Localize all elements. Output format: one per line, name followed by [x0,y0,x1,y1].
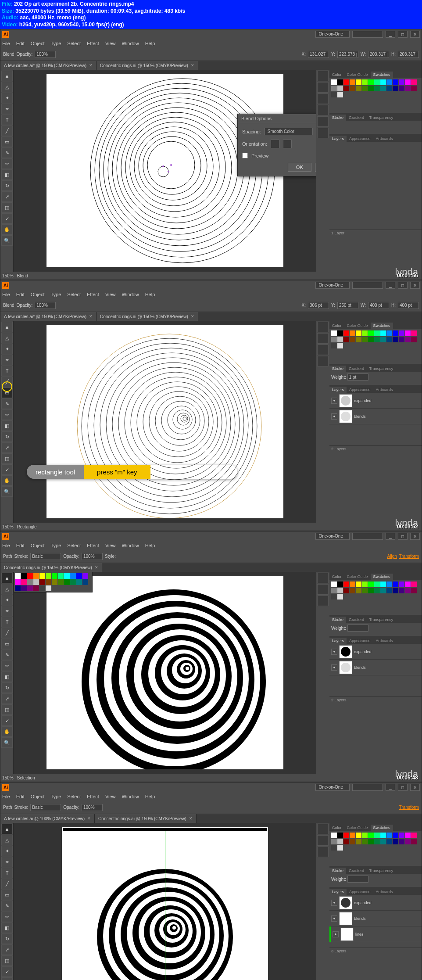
swatch[interactable] [380,833,386,838]
menu-window[interactable]: Window [122,41,139,46]
eyedropper-tool[interactable]: ✓ [1,213,13,224]
direct-selection-tool[interactable]: △ [1,82,13,92]
swatch[interactable] [380,582,386,587]
menu-help[interactable]: Help [145,41,155,46]
stroke-tab[interactable]: Stroke [329,115,346,121]
swatch[interactable] [331,337,337,342]
swatch[interactable] [331,594,337,599]
swatch[interactable] [411,588,417,593]
swatch[interactable] [350,588,355,593]
swatch[interactable] [362,833,368,838]
minimize-button[interactable]: _ [386,31,395,38]
swatch[interactable] [405,582,411,587]
swatch[interactable] [64,579,70,585]
swatch[interactable] [399,839,404,844]
swatch[interactable] [331,845,337,851]
swatch[interactable] [331,588,337,593]
swatch[interactable] [331,839,337,844]
swatch[interactable] [374,582,380,587]
zoom-level[interactable]: 150% [2,273,14,278]
swatch[interactable] [374,79,380,85]
search-field[interactable] [352,31,383,38]
swatch[interactable] [374,86,380,91]
swatch[interactable] [356,839,361,844]
swatch[interactable] [27,579,33,585]
scale-tool[interactable]: ⤢ [1,191,13,202]
swatch[interactable] [15,573,21,579]
swatch[interactable] [386,330,392,336]
panel-icon[interactable] [317,71,329,81]
swatch[interactable] [368,79,374,85]
swatch[interactable] [33,585,39,591]
swatch[interactable] [33,579,39,585]
swatch[interactable] [15,579,21,585]
pencil-tool[interactable]: ✏ [1,158,13,169]
swatch[interactable] [399,833,404,838]
swatch[interactable] [368,839,374,844]
swatch[interactable] [386,79,392,85]
swatch[interactable] [337,330,343,336]
swatch[interactable] [343,833,349,838]
y-input[interactable] [337,51,358,58]
gradient-tool[interactable]: ◫ [1,202,13,213]
swatch[interactable] [343,839,349,844]
swatch[interactable] [405,588,411,593]
swatch[interactable] [411,330,417,336]
swatch[interactable] [52,579,57,585]
swatch[interactable] [52,573,57,579]
swatch[interactable] [386,582,392,587]
swatch[interactable] [82,573,88,579]
menu-effect[interactable]: Effect [87,41,99,46]
swatch[interactable] [393,833,398,838]
swatches-tab[interactable]: Swatches [371,72,393,78]
swatch[interactable] [380,839,386,844]
swatch[interactable] [411,582,417,587]
swatch[interactable] [386,337,392,342]
swatch[interactable] [356,337,361,342]
layer-item[interactable]: ●blends [329,409,422,424]
swatch[interactable] [15,585,21,591]
zoom-tool[interactable]: 🔍 [1,235,13,246]
menu-type[interactable]: Type [51,41,61,46]
selection-tool[interactable]: ▲ [1,322,13,332]
swatch[interactable] [58,579,64,585]
layer-item[interactable]: ●expanded [329,393,422,409]
opacity-input[interactable] [35,51,56,58]
menu-edit[interactable]: Edit [16,41,25,46]
swatch[interactable] [343,337,349,342]
swatch[interactable] [39,579,45,585]
swatch[interactable] [399,79,404,85]
swatch[interactable] [33,573,39,579]
preview-checkbox[interactable] [242,153,248,158]
swatch[interactable] [362,86,368,91]
spacing-dropdown[interactable]: Smooth Color [265,128,313,135]
swatch[interactable] [368,833,374,838]
swatch[interactable] [331,92,337,97]
swatch[interactable] [368,582,374,587]
type-tool[interactable]: T [1,115,13,125]
swatch[interactable] [368,86,374,91]
swatch[interactable] [362,839,368,844]
menu-file[interactable]: File [2,41,10,46]
swatch[interactable] [337,839,343,844]
ok-button[interactable]: OK [288,163,311,172]
appearance-tab[interactable]: Appearance [347,136,373,142]
swatch[interactable] [393,330,398,336]
swatch[interactable] [356,86,361,91]
swatch[interactable] [362,330,368,336]
canvas[interactable]: Blend Options Spacing: Smooth Color Orie… [14,70,316,272]
swatch[interactable] [70,579,76,585]
rectangle-tool[interactable]: ▭ [1,136,13,147]
swatch[interactable] [350,582,355,587]
swatch[interactable] [337,594,343,599]
transparency-tab[interactable]: Transparency [367,115,396,121]
swatch[interactable] [362,582,368,587]
swatch[interactable] [386,839,392,844]
swatch[interactable] [393,337,398,342]
swatch[interactable] [405,337,411,342]
layers-tab[interactable]: Layers [329,136,347,142]
color-tab[interactable]: Color [329,72,344,78]
swatch[interactable] [362,79,368,85]
swatch[interactable] [380,86,386,91]
swatch[interactable] [393,582,398,587]
